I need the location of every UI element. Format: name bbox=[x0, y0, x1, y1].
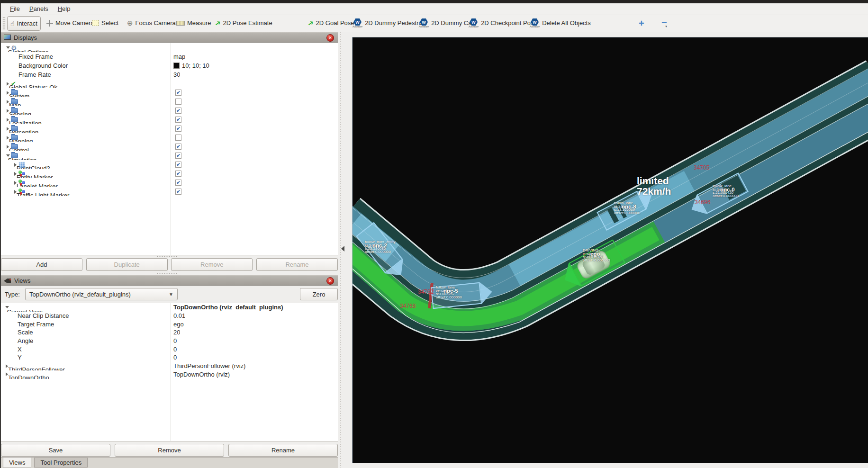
views-panel-titlebar[interactable]: Views ✕ bbox=[1, 275, 338, 286]
enable-checkbox[interactable]: ✔ bbox=[175, 144, 181, 150]
displays-row-sensing[interactable]: Sensing✔ bbox=[1, 106, 338, 115]
menu-item-file[interactable]: File bbox=[6, 4, 24, 13]
tool-2d-pose-estimate[interactable]: ➔2D Pose Estimate bbox=[212, 16, 275, 30]
displays-row-control[interactable]: Control✔ bbox=[1, 142, 338, 151]
property-value[interactable]: TopDownOrtho (rviz_default_plugins) bbox=[173, 304, 283, 311]
add-tool-button[interactable]: + bbox=[636, 16, 647, 30]
displays-close-button[interactable]: ✕ bbox=[326, 34, 334, 42]
expand-arrow-icon[interactable]: System bbox=[5, 91, 11, 95]
displays-row-global-options[interactable]: Global Options⚙ bbox=[1, 43, 338, 52]
displays-row-lanelet-marker[interactable]: Lanelet Marker✔ bbox=[1, 178, 338, 187]
views-row-thirdpersonfollower[interactable]: ThirdPersonFollowerThirdPersonFollower (… bbox=[1, 362, 338, 370]
expand-arrow-icon[interactable]: Traffic Light Marker bbox=[12, 190, 18, 194]
property-value[interactable]: ThirdPersonFollower (rviz) bbox=[173, 362, 245, 369]
views-row-scale[interactable]: Scale20 bbox=[1, 328, 338, 337]
tab-tool-properties[interactable]: Tool Properties bbox=[34, 458, 88, 468]
tool-measure[interactable]: Measure bbox=[173, 16, 214, 30]
expand-arrow-icon[interactable]: TopDownOrtho bbox=[4, 372, 10, 376]
property-value[interactable]: 10; 10; 10 bbox=[182, 62, 209, 69]
expand-arrow-icon[interactable]: Planning bbox=[5, 136, 11, 140]
views-row-angle[interactable]: Angle0 bbox=[1, 337, 338, 345]
views-row-x[interactable]: X0 bbox=[1, 345, 338, 353]
property-value[interactable]: 0 bbox=[173, 354, 177, 361]
displays-row-localization[interactable]: Localization✔ bbox=[1, 115, 338, 124]
enable-checkbox[interactable] bbox=[175, 135, 181, 141]
tool-focus-camera[interactable]: ⊕Focus Camera bbox=[124, 16, 179, 30]
displays-row-entity-marker[interactable]: Entity Marker✔ bbox=[1, 169, 338, 178]
tool-select[interactable]: Select bbox=[89, 16, 121, 30]
property-value[interactable]: TopDownOrtho (rviz) bbox=[173, 371, 230, 378]
rename-button[interactable]: Rename bbox=[228, 444, 338, 457]
enable-checkbox[interactable] bbox=[175, 99, 181, 105]
views-row-current-view[interactable]: Current ViewTopDownOrtho (rviz_default_p… bbox=[1, 303, 338, 312]
property-value[interactable]: map bbox=[173, 53, 185, 60]
tool-interact[interactable]: ☝Interact bbox=[7, 16, 41, 31]
menu-item-help[interactable]: Help bbox=[54, 4, 75, 13]
displays-panel-titlebar[interactable]: Displays ✕ bbox=[1, 32, 338, 43]
zero-button[interactable]: Zero bbox=[300, 288, 338, 300]
remove-tool-button[interactable]: −▾ bbox=[659, 16, 670, 30]
panel-splitter[interactable] bbox=[338, 32, 352, 468]
displays-row-frame-rate[interactable]: Frame Rate30 bbox=[1, 70, 338, 79]
tool-delete-all-objects[interactable]: WAutowareDelete All Objects bbox=[527, 16, 594, 30]
displays-row-map[interactable]: Map bbox=[1, 97, 338, 106]
displays-row-planning[interactable]: Planning bbox=[1, 133, 338, 142]
splitter-handle[interactable] bbox=[156, 273, 178, 275]
enable-checkbox[interactable]: ✔ bbox=[175, 108, 181, 114]
expand-arrow-icon[interactable]: ThirdPersonFollower bbox=[4, 364, 10, 368]
views-row-topdownortho[interactable]: TopDownOrthoTopDownOrtho (rviz) bbox=[1, 370, 338, 379]
save-button[interactable]: Save bbox=[1, 444, 110, 457]
remove-button[interactable]: Remove bbox=[115, 444, 224, 457]
displays-row-pointcloud2[interactable]: PointCloud2✔ bbox=[1, 160, 338, 169]
view-type-combobox[interactable]: TopDownOrtho (rviz_default_plugins) ▼ bbox=[25, 288, 178, 300]
expand-arrow-icon[interactable]: Map bbox=[5, 100, 11, 104]
views-tree[interactable]: Current ViewTopDownOrtho (rviz_default_p… bbox=[1, 303, 338, 441]
collapse-arrow-icon[interactable]: Global Options bbox=[5, 46, 11, 49]
expand-arrow-icon[interactable]: Sensing bbox=[5, 109, 11, 113]
enable-checkbox[interactable]: ✔ bbox=[175, 189, 181, 195]
tool-2d-goal-pose[interactable]: ➔2D Goal Pose bbox=[305, 16, 357, 30]
expand-arrow-icon[interactable]: Global Status: Ok bbox=[5, 82, 11, 86]
displays-row-system[interactable]: System✔ bbox=[1, 88, 338, 97]
collapse-arrow-icon[interactable]: Current View bbox=[4, 306, 10, 308]
views-row-near-clip-distance[interactable]: Near Clip Distance0.01 bbox=[1, 312, 338, 320]
displays-row-fixed-frame[interactable]: Fixed Framemap bbox=[1, 52, 338, 61]
menu-item-panels[interactable]: Panels bbox=[25, 4, 53, 13]
expand-arrow-icon[interactable]: Control bbox=[5, 145, 11, 149]
enable-checkbox[interactable]: ✔ bbox=[175, 180, 181, 186]
enable-checkbox[interactable]: ✔ bbox=[175, 117, 181, 123]
enable-checkbox[interactable]: ✔ bbox=[175, 126, 181, 132]
views-row-y[interactable]: Y0 bbox=[1, 353, 338, 362]
views-close-button[interactable]: ✕ bbox=[326, 277, 334, 285]
expand-arrow-icon[interactable]: Perception bbox=[5, 127, 11, 131]
toolbar-drag-handle[interactable] bbox=[2, 17, 6, 30]
displays-tree[interactable]: Global Options⚙Fixed FramemapBackground … bbox=[1, 43, 338, 255]
property-value[interactable]: 0 bbox=[173, 346, 177, 353]
menu-bar: FilePanelsHelp bbox=[1, 3, 868, 14]
enable-checkbox[interactable]: ✔ bbox=[175, 153, 181, 159]
expand-arrow-icon[interactable]: PointCloud2 bbox=[12, 163, 18, 167]
render-viewport-3d[interactable]: follow_lanekt:34705npc-8s:13.165069offse… bbox=[352, 37, 868, 463]
property-value[interactable]: ego bbox=[173, 321, 184, 328]
property-value[interactable]: 0 bbox=[173, 337, 177, 344]
collapse-arrow-icon[interactable] bbox=[341, 246, 344, 252]
property-value[interactable]: 0.01 bbox=[173, 312, 185, 319]
displays-row-traffic-light-marker[interactable]: Traffic Light Marker✔ bbox=[1, 187, 338, 196]
displays-row-perception[interactable]: Perception✔ bbox=[1, 124, 338, 133]
splitter-handle[interactable] bbox=[156, 256, 178, 258]
property-value[interactable]: 30 bbox=[173, 71, 180, 78]
displays-row-simulation[interactable]: Simulation✔ bbox=[1, 151, 338, 160]
displays-row-background-color[interactable]: Background Color10; 10; 10 bbox=[1, 61, 338, 70]
enable-checkbox[interactable]: ✔ bbox=[175, 171, 181, 177]
enable-checkbox[interactable]: ✔ bbox=[175, 162, 181, 168]
collapse-arrow-icon[interactable]: Simulation bbox=[5, 154, 11, 157]
expand-arrow-icon[interactable]: Lanelet Marker bbox=[12, 181, 18, 185]
expand-arrow-icon[interactable]: Localization bbox=[5, 118, 11, 122]
property-value[interactable]: 20 bbox=[173, 329, 180, 336]
tab-views[interactable]: Views bbox=[3, 458, 31, 468]
add-button[interactable]: Add bbox=[1, 258, 82, 271]
views-row-target-frame[interactable]: Target Frameego bbox=[1, 320, 338, 328]
expand-arrow-icon[interactable]: Entity Marker bbox=[12, 172, 18, 176]
displays-row-global-status-ok[interactable]: Global Status: Ok✔ bbox=[1, 79, 338, 88]
enable-checkbox[interactable]: ✔ bbox=[175, 90, 181, 96]
